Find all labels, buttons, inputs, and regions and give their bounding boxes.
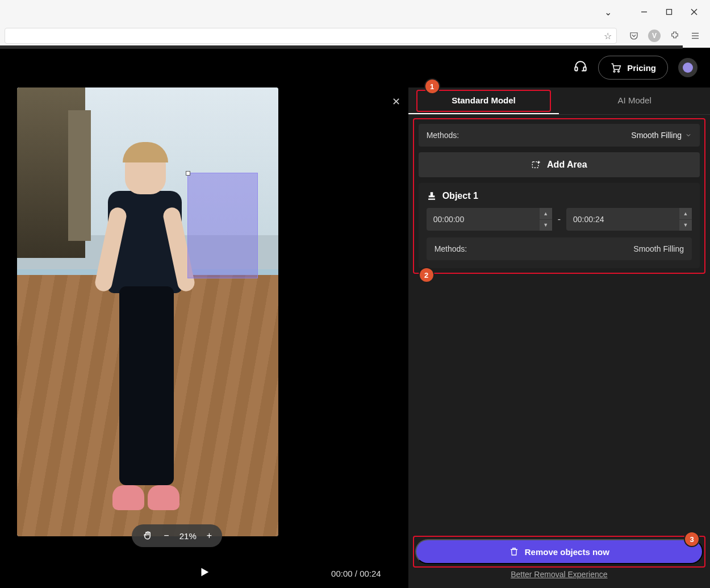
video-frame[interactable] [17,87,278,536]
close-canvas-button[interactable]: ✕ [392,95,400,108]
zoom-value: 21% [179,531,197,541]
support-headset-icon[interactable] [573,59,588,76]
browser-toolbar: ☆ V [0,24,710,48]
extensions-icon[interactable] [665,26,685,46]
chevron-down-icon [685,132,692,139]
bookmark-star-icon[interactable]: ☆ [604,31,612,41]
pricing-button[interactable]: Pricing [598,56,668,80]
selection-overlay[interactable] [187,173,258,278]
svg-rect-1 [667,10,672,15]
tab-ai-model[interactable]: AI Model [559,87,710,114]
remove-objects-button[interactable]: Remove objects now [415,539,703,564]
svg-rect-11 [532,162,538,168]
add-area-button[interactable]: Add Area [419,152,700,177]
stamp-icon [427,191,437,201]
resize-handle-icon[interactable] [186,171,190,176]
zoom-out-button[interactable]: − [164,531,169,541]
time-start-step-up[interactable]: ▲ [540,208,552,220]
video-pane: ✕ [0,87,408,588]
trash-icon [509,547,519,557]
time-end-field[interactable]: ▲ ▼ [566,208,692,231]
play-bar: 00:00 / 00:24 [0,558,408,588]
hamburger-menu-icon[interactable] [685,26,705,46]
methods-select[interactable]: Smooth Filling [631,131,692,140]
svg-rect-7 [575,67,577,71]
object-methods-value: Smooth Filling [633,244,684,253]
account-circle-icon[interactable]: V [644,26,665,46]
time-end-input[interactable] [566,215,679,224]
object-block: Object 1 ▲ ▼ - [419,183,700,268]
add-area-label: Add Area [547,160,587,170]
progress-track[interactable] [0,45,683,49]
callout-badge-2: 2 [420,268,433,282]
app-root: Pricing ✕ [0,48,710,588]
pricing-label: Pricing [627,63,656,73]
canvas-area[interactable]: ✕ [0,87,408,558]
callout-badge-1: 1 [425,80,439,93]
window-titlebar: ⌄ [0,0,710,24]
window-minimize-button[interactable] [632,0,657,24]
svg-rect-8 [584,67,586,71]
zoom-controls: − 21% + [132,524,222,547]
window-maximize-button[interactable] [657,0,682,24]
time-display: 00:00 / 00:24 [331,569,381,578]
methods-row: Methods: Smooth Filling [419,124,700,147]
object-methods-label: Methods: [435,244,467,253]
object-name: Object 1 [442,191,478,201]
pan-hand-icon[interactable] [142,530,153,541]
time-separator: - [558,214,561,224]
pocket-icon[interactable] [624,26,644,46]
object-methods-row[interactable]: Methods: Smooth Filling [427,237,692,260]
time-end-step-up[interactable]: ▲ [679,208,692,220]
window-close-button[interactable] [682,0,707,24]
callout-badge-3: 3 [685,532,699,546]
tabs-dropdown-chevron-icon[interactable]: ⌄ [595,0,620,24]
svg-point-10 [618,70,620,72]
app-header: Pricing [0,48,710,87]
time-start-input[interactable] [427,215,540,224]
address-bar[interactable]: ☆ [5,28,617,44]
time-end-step-down[interactable]: ▼ [679,220,692,231]
add-area-icon [531,160,541,170]
side-panel: 1 Standard Model AI Model 2 Methods: Smo… [408,87,710,588]
cart-icon [610,62,621,73]
svg-point-9 [613,70,615,72]
play-button[interactable] [198,566,210,581]
methods-label: Methods: [427,131,460,140]
remove-objects-label: Remove objects now [525,547,609,557]
zoom-in-button[interactable]: + [207,531,212,541]
time-start-step-down[interactable]: ▼ [540,220,552,231]
time-start-field[interactable]: ▲ ▼ [427,208,552,231]
user-avatar[interactable] [678,58,698,77]
model-tabs: 1 Standard Model AI Model [408,87,710,115]
better-removal-link[interactable]: Better Removal Experience [511,570,607,579]
